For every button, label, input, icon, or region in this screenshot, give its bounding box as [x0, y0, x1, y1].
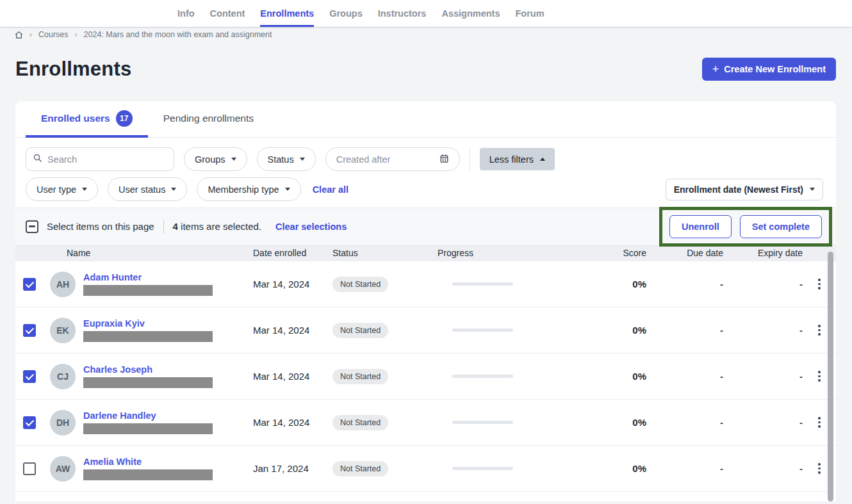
- progress-bar: [452, 329, 513, 332]
- selection-divider: [163, 220, 164, 234]
- avatar-initials: EK: [56, 325, 69, 336]
- user-status-filter-label: User status: [119, 184, 165, 195]
- avatar-initials: AH: [56, 279, 69, 289]
- progress-cell: [438, 467, 578, 470]
- row-name-cell: CJ Charles Joseph: [50, 364, 253, 389]
- kebab-menu-icon[interactable]: [813, 463, 826, 474]
- kebab-menu-icon[interactable]: [813, 325, 826, 336]
- table-row: DH Darlene Handley Mar 14, 2024 Not Star…: [15, 400, 836, 446]
- avatar: EK: [50, 318, 76, 343]
- chevron-down-icon: [810, 188, 815, 191]
- page-title: Enrollments: [15, 58, 131, 81]
- row-checkbox[interactable]: [23, 278, 36, 291]
- unenroll-button[interactable]: Unenroll: [669, 215, 732, 238]
- tab-enrolled-users[interactable]: Enrolled users 17: [26, 101, 148, 138]
- row-checkbox[interactable]: [23, 416, 36, 429]
- redacted-username-bar: [83, 469, 213, 480]
- clear-selections-link[interactable]: Clear selections: [275, 222, 347, 232]
- filter-row-1: Groups Status Created after Less filters: [26, 147, 826, 171]
- row-checkbox[interactable]: [23, 324, 36, 337]
- chevron-down-icon: [285, 188, 290, 191]
- avatar-initials: DH: [56, 418, 69, 428]
- chevron-down-icon: [171, 188, 176, 191]
- due-date-value: -: [646, 417, 723, 428]
- status-cell: Not Started: [332, 461, 438, 476]
- progress-cell: [438, 329, 578, 332]
- sort-dropdown-label: Enrollment date (Newest First): [674, 184, 803, 195]
- calendar-icon[interactable]: [439, 154, 449, 165]
- breadcrumb-courses-link[interactable]: Courses: [38, 30, 69, 39]
- kebab-menu-icon[interactable]: [813, 371, 826, 382]
- progress-bar: [452, 421, 513, 424]
- nav-item-instructors[interactable]: Instructors: [378, 0, 427, 27]
- page-header: Enrollments + Create New Enrollment: [0, 42, 852, 81]
- progress-bar: [452, 282, 513, 286]
- created-after-placeholder: Created after: [336, 154, 391, 165]
- expiry-date-value: -: [723, 463, 803, 474]
- user-type-filter-dropdown[interactable]: User type: [26, 177, 98, 201]
- avatar-initials: CJ: [57, 371, 69, 382]
- sort-dropdown[interactable]: Enrollment date (Newest First): [666, 179, 823, 200]
- nav-item-forum[interactable]: Forum: [516, 0, 545, 27]
- filter-divider: [470, 148, 470, 171]
- created-after-date-input[interactable]: Created after: [325, 147, 460, 171]
- search-box[interactable]: [26, 147, 174, 171]
- select-items-label: Select items on this page: [47, 221, 154, 232]
- redacted-username-bar: [83, 331, 213, 342]
- clear-all-filters-link[interactable]: Clear all: [313, 184, 348, 195]
- nav-item-info[interactable]: Info: [177, 0, 195, 27]
- redacted-username-bar: [83, 285, 213, 296]
- selection-bar: Select items on this page 4 items are se…: [15, 207, 836, 245]
- search-icon: [33, 153, 42, 165]
- name-block: Eupraxia Kyiv: [83, 318, 213, 342]
- search-input[interactable]: [47, 154, 167, 165]
- user-name-link[interactable]: Darlene Handley: [83, 411, 213, 421]
- progress-cell: [438, 282, 578, 286]
- row-select-cell: [15, 324, 50, 337]
- select-all-checkbox[interactable]: [26, 220, 38, 233]
- user-name-link[interactable]: Charles Joseph: [83, 364, 213, 375]
- nav-item-groups[interactable]: Groups: [329, 0, 363, 27]
- nav-item-enrollments[interactable]: Enrollments: [260, 0, 314, 27]
- user-name-link[interactable]: Adam Hunter: [83, 272, 213, 282]
- user-name-link[interactable]: Amelia White: [83, 457, 213, 467]
- status-badge: Not Started: [332, 277, 388, 292]
- user-status-filter-dropdown[interactable]: User status: [108, 177, 187, 201]
- nav-item-assignments[interactable]: Assignments: [441, 0, 500, 27]
- create-new-enrollment-button[interactable]: + Create New Enrollment: [702, 58, 836, 81]
- set-complete-button[interactable]: Set complete: [740, 215, 822, 238]
- groups-filter-dropdown[interactable]: Groups: [184, 147, 247, 171]
- redacted-username-bar: [83, 377, 213, 388]
- table-header-row: Name Date enrolled Status Progress Score…: [15, 245, 836, 261]
- header-due-date: Due date: [646, 248, 723, 258]
- status-filter-dropdown[interactable]: Status: [257, 147, 316, 171]
- enrolled-count-badge: 17: [116, 110, 133, 127]
- breadcrumb-course-name: 2024: Mars and the moon with exam and as…: [84, 30, 272, 39]
- membership-type-filter-dropdown[interactable]: Membership type: [197, 177, 300, 201]
- kebab-menu-icon[interactable]: [813, 279, 826, 289]
- tab-pending-enrollments[interactable]: Pending enrollments: [148, 101, 269, 138]
- date-enrolled-value: Mar 14, 2024: [253, 279, 332, 289]
- name-block: Charles Joseph: [83, 364, 213, 388]
- row-checkbox[interactable]: [23, 370, 36, 383]
- row-select-cell: [15, 416, 50, 429]
- header-name: Name: [50, 248, 253, 258]
- scrollbar-thumb[interactable]: [828, 252, 833, 501]
- filters-panel: Groups Status Created after Less filters: [15, 138, 836, 207]
- progress-cell: [438, 421, 578, 424]
- kebab-menu-icon[interactable]: [813, 417, 826, 428]
- row-select-cell: [15, 278, 50, 291]
- avatar: AH: [50, 272, 76, 297]
- vertical-scrollbar[interactable]: [828, 248, 833, 501]
- indeterminate-dash-icon: [29, 225, 35, 227]
- date-enrolled-value: Mar 14, 2024: [253, 371, 332, 382]
- row-checkbox[interactable]: [23, 462, 36, 475]
- header-status: Status: [332, 248, 438, 258]
- nav-item-content[interactable]: Content: [210, 0, 245, 27]
- date-enrolled-value: Mar 14, 2024: [253, 325, 332, 336]
- row-name-cell: EK Eupraxia Kyiv: [50, 318, 253, 343]
- annotation-highlight-box: Unenroll Set complete: [659, 207, 832, 247]
- home-icon[interactable]: [15, 31, 23, 39]
- user-name-link[interactable]: Eupraxia Kyiv: [83, 318, 213, 329]
- less-filters-button[interactable]: Less filters: [480, 148, 555, 170]
